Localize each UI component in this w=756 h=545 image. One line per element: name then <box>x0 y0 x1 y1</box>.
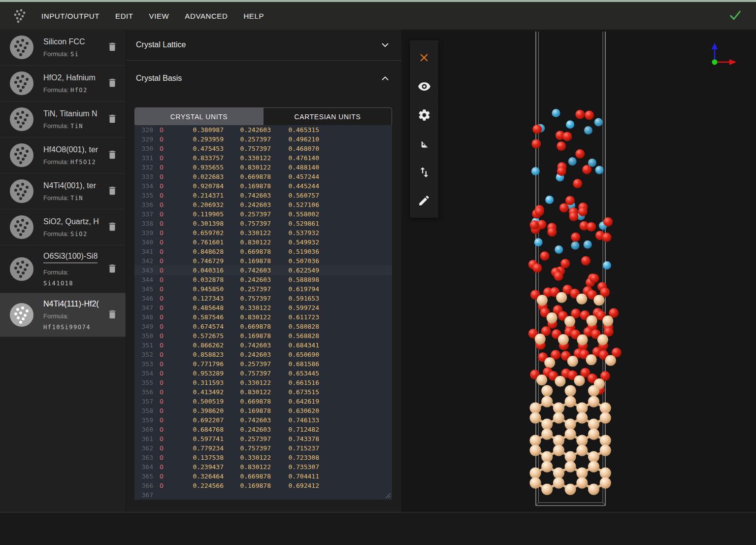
material-text: Silicon FCCFormula: Si <box>43 37 104 58</box>
resize-grip-icon[interactable] <box>385 493 391 499</box>
swap-axes-button[interactable] <box>410 158 438 186</box>
material-avatar-icon <box>10 107 33 131</box>
material-list-item[interactable]: O6Si3(100)-Si8Formula:Si41O18 <box>0 245 126 293</box>
trash-icon <box>107 113 118 125</box>
basis-row: 361O0.5977410.2573970.743378 <box>134 434 392 443</box>
menu-help[interactable]: HELP <box>243 12 264 20</box>
material-list-item[interactable]: TiN, Titanium NFormula: TiN <box>0 102 126 137</box>
material-name: N4Ti4(001), ter <box>43 181 104 191</box>
tab-crystal-units[interactable]: CRYSTAL UNITS <box>135 108 263 126</box>
basis-coordinates-editor[interactable]: 328O0.3809870.2426030.465315329O0.293959… <box>134 125 392 500</box>
app-logo-icon <box>11 7 29 25</box>
delete-material-button[interactable] <box>107 263 120 275</box>
basis-row: 355O0.3115930.3301220.661516 <box>134 378 392 387</box>
basis-row: 344O0.0328780.2426030.588898 <box>134 275 392 284</box>
basis-row: 364O0.2394370.8301220.735307 <box>134 462 392 472</box>
material-formula-label: Formula: <box>43 269 104 276</box>
basis-row: 360O0.6847680.2426030.712482 <box>134 425 392 434</box>
tab-cartesian-units[interactable]: CARTESIAN UNITS <box>263 108 392 126</box>
basis-row: 346O0.1273430.7573970.591653 <box>134 294 392 303</box>
basis-row: 333O0.0226830.6698780.457244 <box>134 172 392 181</box>
basis-row: 359O0.6922070.7426030.746133 <box>134 415 392 425</box>
visibility-button[interactable] <box>410 72 438 101</box>
material-list-item[interactable]: SiO2, Quartz, HFormula: SiO2 <box>0 209 126 245</box>
basis-row: 343O0.0403160.7426030.622549 <box>134 266 392 275</box>
material-formula: Formula: SiO2 <box>43 230 104 238</box>
material-list-item[interactable]: HfO2, HafniumFormula: HfO2 <box>0 66 126 102</box>
material-formula-label: Formula: <box>43 312 104 320</box>
crystal-basis-title: Crystal Basis <box>136 74 182 83</box>
units-tab-group: CRYSTAL UNITS CARTESIAN UNITS <box>134 107 392 126</box>
material-list-item[interactable]: N4Ti4(111)-Hf2(Formula:Hf10Si99O74 <box>0 293 126 337</box>
delete-material-button[interactable] <box>107 221 120 234</box>
edit-button[interactable] <box>410 186 438 215</box>
material-text: N4Ti4(001), terFormula: TiN <box>43 181 104 202</box>
trash-icon <box>107 263 118 274</box>
menu-view[interactable]: VIEW <box>149 12 169 20</box>
delete-material-button[interactable] <box>107 113 120 126</box>
basis-row: 365O0.3264640.6698780.704411 <box>134 472 392 481</box>
material-avatar-icon <box>10 143 33 167</box>
basis-row: 328O0.3809870.2426030.465315 <box>134 125 392 135</box>
basis-row: 337O0.1199050.2573970.558002 <box>134 209 392 219</box>
material-name: N4Ti4(111)-Hf2( <box>43 299 104 309</box>
basis-row: 338O0.3013980.7573970.529861 <box>134 219 392 228</box>
delete-material-button[interactable] <box>107 149 120 162</box>
pencil-icon <box>418 194 430 207</box>
section-crystal-lattice[interactable]: Crystal Lattice <box>126 30 401 61</box>
material-formula-value: Hf10Si99O74 <box>43 324 104 331</box>
delete-material-button[interactable] <box>107 77 120 90</box>
delete-material-button[interactable] <box>107 41 120 54</box>
basis-row: 329O0.2939590.2573970.496210 <box>134 135 392 144</box>
material-list-item[interactable]: N4Ti4(001), terFormula: TiN <box>0 173 126 209</box>
basis-row: 366O0.2245660.1698780.692412 <box>134 481 392 490</box>
material-formula: Formula: HfO2 <box>43 86 104 94</box>
orientation-axes-widget <box>704 40 742 72</box>
basis-row: 341O0.8486280.6698780.519036 <box>134 247 392 256</box>
basis-row: 340O0.7616010.8301220.549932 <box>134 238 392 247</box>
material-text: HfO2, HafniumFormula: HfO2 <box>43 73 104 94</box>
basis-row: 363O0.1375380.3301220.723308 <box>134 453 392 462</box>
delete-material-button[interactable] <box>107 185 120 198</box>
material-formula-value: TiN <box>70 195 83 202</box>
material-formula: Formula: Hf5O12 <box>43 158 104 166</box>
menubar: INPUT/OUTPUT EDIT VIEW ADVANCED HELP <box>0 2 756 30</box>
basis-row: 356O0.4134920.8301220.673515 <box>134 387 392 397</box>
menu-edit[interactable]: EDIT <box>115 12 133 20</box>
material-avatar-icon <box>10 71 33 95</box>
trash-icon <box>107 41 118 53</box>
menu-input-output[interactable]: INPUT/OUTPUT <box>41 12 99 20</box>
material-list-item[interactable]: Silicon FCCFormula: Si <box>0 30 126 66</box>
material-avatar-icon <box>10 179 33 203</box>
swap-vertical-icon <box>418 166 431 179</box>
material-text: O6Si3(100)-Si8Formula:Si41O18 <box>43 251 104 287</box>
measure-button[interactable] <box>410 129 438 158</box>
eye-icon <box>418 80 431 93</box>
close-button[interactable] <box>410 43 438 72</box>
materials-sidebar: Silicon FCCFormula: SiHfO2, HafniumFormu… <box>0 30 126 512</box>
material-editor-panel: Crystal Lattice Crystal Basis CRYSTAL UN… <box>126 30 401 512</box>
delete-material-button[interactable] <box>107 308 120 321</box>
material-formula-value: TiN <box>70 123 83 130</box>
structure-3d-canvas[interactable] <box>401 30 756 512</box>
material-avatar-icon <box>10 35 33 59</box>
menu-advanced[interactable]: ADVANCED <box>185 12 228 20</box>
settings-button[interactable] <box>410 101 438 129</box>
material-name: TiN, Titanium N <box>43 109 104 119</box>
gear-icon <box>418 108 431 122</box>
material-name[interactable]: O6Si3(100)-Si8 <box>43 251 98 263</box>
basis-row: 345O0.9458500.2573970.619794 <box>134 284 392 294</box>
basis-row: 342O0.7467290.1698780.507036 <box>134 256 392 266</box>
section-crystal-basis[interactable]: Crystal Basis <box>126 61 401 96</box>
atoms <box>528 109 622 495</box>
material-name: SiO2, Quartz, H <box>43 217 104 227</box>
chevron-up-icon[interactable] <box>380 73 391 84</box>
basis-row: 352O0.8588230.2426030.650690 <box>134 350 392 359</box>
basis-row: 350O0.5726750.1698780.568828 <box>134 331 392 341</box>
basis-row: 336O0.2069320.2426030.527106 <box>134 200 392 209</box>
structure-3d-viewer[interactable] <box>401 30 756 512</box>
material-list-item[interactable]: Hf4O8(001), terFormula: Hf5O12 <box>0 137 126 173</box>
chevron-down-icon[interactable] <box>380 39 391 50</box>
material-name: Hf4O8(001), ter <box>43 145 104 155</box>
trash-icon <box>107 221 118 233</box>
